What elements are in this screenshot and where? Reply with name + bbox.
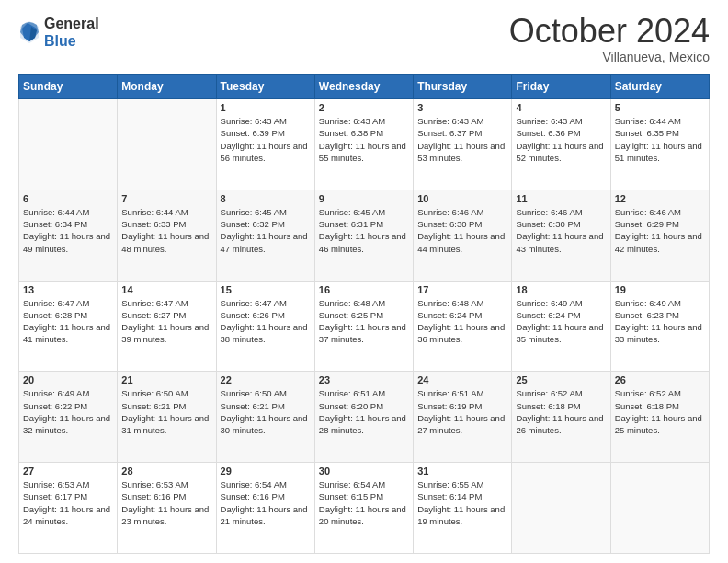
day-number: 11 bbox=[516, 193, 606, 204]
day-number: 10 bbox=[417, 193, 507, 204]
day-number: 1 bbox=[221, 102, 311, 113]
day-number: 21 bbox=[121, 374, 211, 385]
day-info: Sunrise: 6:44 AMSunset: 6:35 PMDaylight:… bbox=[615, 115, 705, 164]
day-number: 20 bbox=[23, 374, 113, 385]
calendar-header-row: SundayMondayTuesdayWednesdayThursdayFrid… bbox=[19, 75, 710, 99]
day-info: Sunrise: 6:43 AMSunset: 6:37 PMDaylight:… bbox=[417, 115, 507, 164]
weekday-header: Saturday bbox=[610, 75, 709, 99]
calendar-cell: 7Sunrise: 6:44 AMSunset: 6:33 PMDaylight… bbox=[118, 190, 216, 281]
weekday-header: Sunday bbox=[19, 75, 118, 99]
day-info: Sunrise: 6:52 AMSunset: 6:18 PMDaylight:… bbox=[516, 387, 606, 436]
day-number: 7 bbox=[121, 193, 211, 204]
day-number: 3 bbox=[417, 102, 507, 113]
weekday-header: Tuesday bbox=[216, 75, 314, 99]
month-title: October 2024 bbox=[509, 15, 710, 48]
day-info: Sunrise: 6:44 AMSunset: 6:33 PMDaylight:… bbox=[121, 206, 211, 255]
day-number: 25 bbox=[516, 374, 606, 385]
day-info: Sunrise: 6:43 AMSunset: 6:36 PMDaylight:… bbox=[516, 115, 606, 164]
calendar-cell: 18Sunrise: 6:49 AMSunset: 6:24 PMDayligh… bbox=[512, 281, 610, 372]
calendar-week-row: 27Sunrise: 6:53 AMSunset: 6:17 PMDayligh… bbox=[19, 463, 710, 554]
calendar-cell: 20Sunrise: 6:49 AMSunset: 6:22 PMDayligh… bbox=[19, 372, 118, 463]
calendar-cell: 23Sunrise: 6:51 AMSunset: 6:20 PMDayligh… bbox=[314, 372, 413, 463]
calendar-cell: 10Sunrise: 6:46 AMSunset: 6:30 PMDayligh… bbox=[414, 190, 512, 281]
logo-blue: Blue bbox=[44, 32, 99, 50]
day-number: 8 bbox=[221, 193, 311, 204]
day-number: 2 bbox=[319, 102, 409, 113]
day-number: 23 bbox=[319, 374, 409, 385]
day-info: Sunrise: 6:50 AMSunset: 6:21 PMDaylight:… bbox=[221, 387, 311, 436]
day-number: 6 bbox=[23, 193, 113, 204]
day-info: Sunrise: 6:49 AMSunset: 6:23 PMDaylight:… bbox=[615, 297, 705, 346]
day-number: 26 bbox=[615, 374, 705, 385]
calendar-cell: 31Sunrise: 6:55 AMSunset: 6:14 PMDayligh… bbox=[414, 463, 512, 554]
day-info: Sunrise: 6:49 AMSunset: 6:22 PMDaylight:… bbox=[23, 387, 113, 436]
day-number: 30 bbox=[319, 465, 409, 477]
day-number: 29 bbox=[221, 465, 311, 477]
calendar-cell: 16Sunrise: 6:48 AMSunset: 6:25 PMDayligh… bbox=[314, 281, 413, 372]
day-info: Sunrise: 6:51 AMSunset: 6:19 PMDaylight:… bbox=[417, 387, 507, 436]
calendar-cell: 15Sunrise: 6:47 AMSunset: 6:26 PMDayligh… bbox=[216, 281, 314, 372]
calendar-week-row: 6Sunrise: 6:44 AMSunset: 6:34 PMDaylight… bbox=[19, 190, 710, 281]
weekday-header: Friday bbox=[512, 75, 610, 99]
logo-text: General Blue bbox=[44, 15, 99, 50]
day-info: Sunrise: 6:52 AMSunset: 6:18 PMDaylight:… bbox=[615, 387, 705, 436]
day-number: 28 bbox=[121, 465, 211, 477]
day-info: Sunrise: 6:51 AMSunset: 6:20 PMDaylight:… bbox=[319, 387, 409, 436]
day-info: Sunrise: 6:43 AMSunset: 6:39 PMDaylight:… bbox=[221, 115, 311, 164]
calendar-cell: 27Sunrise: 6:53 AMSunset: 6:17 PMDayligh… bbox=[19, 463, 118, 554]
header: General Blue October 2024 Villanueva, Me… bbox=[18, 15, 710, 64]
logo: General Blue bbox=[18, 15, 99, 50]
logo-general: General bbox=[44, 15, 99, 32]
day-number: 15 bbox=[221, 284, 311, 295]
day-info: Sunrise: 6:48 AMSunset: 6:24 PMDaylight:… bbox=[417, 297, 507, 346]
calendar-week-row: 13Sunrise: 6:47 AMSunset: 6:28 PMDayligh… bbox=[19, 281, 710, 372]
calendar-cell: 12Sunrise: 6:46 AMSunset: 6:29 PMDayligh… bbox=[610, 190, 709, 281]
calendar-cell: 22Sunrise: 6:50 AMSunset: 6:21 PMDayligh… bbox=[216, 372, 314, 463]
calendar-cell: 8Sunrise: 6:45 AMSunset: 6:32 PMDaylight… bbox=[216, 190, 314, 281]
calendar-cell: 11Sunrise: 6:46 AMSunset: 6:30 PMDayligh… bbox=[512, 190, 610, 281]
day-info: Sunrise: 6:46 AMSunset: 6:29 PMDaylight:… bbox=[615, 206, 705, 255]
calendar-table: SundayMondayTuesdayWednesdayThursdayFrid… bbox=[18, 74, 710, 554]
calendar-week-row: 1Sunrise: 6:43 AMSunset: 6:39 PMDaylight… bbox=[19, 99, 710, 190]
day-number: 5 bbox=[615, 102, 705, 113]
weekday-header: Monday bbox=[118, 75, 216, 99]
calendar-cell bbox=[19, 99, 118, 190]
calendar-cell bbox=[118, 99, 216, 190]
calendar-cell: 25Sunrise: 6:52 AMSunset: 6:18 PMDayligh… bbox=[512, 372, 610, 463]
day-info: Sunrise: 6:55 AMSunset: 6:14 PMDaylight:… bbox=[417, 478, 507, 527]
calendar-cell: 2Sunrise: 6:43 AMSunset: 6:38 PMDaylight… bbox=[314, 99, 413, 190]
logo-icon bbox=[18, 19, 40, 45]
calendar-cell: 14Sunrise: 6:47 AMSunset: 6:27 PMDayligh… bbox=[118, 281, 216, 372]
calendar-cell: 9Sunrise: 6:45 AMSunset: 6:31 PMDaylight… bbox=[314, 190, 413, 281]
day-info: Sunrise: 6:49 AMSunset: 6:24 PMDaylight:… bbox=[516, 297, 606, 346]
weekday-header: Wednesday bbox=[314, 75, 413, 99]
day-number: 17 bbox=[417, 284, 507, 295]
weekday-header: Thursday bbox=[414, 75, 512, 99]
calendar-cell: 1Sunrise: 6:43 AMSunset: 6:39 PMDaylight… bbox=[216, 99, 314, 190]
day-info: Sunrise: 6:47 AMSunset: 6:27 PMDaylight:… bbox=[121, 297, 211, 346]
calendar-cell: 26Sunrise: 6:52 AMSunset: 6:18 PMDayligh… bbox=[610, 372, 709, 463]
day-number: 14 bbox=[121, 284, 211, 295]
calendar-cell: 13Sunrise: 6:47 AMSunset: 6:28 PMDayligh… bbox=[19, 281, 118, 372]
calendar-cell: 5Sunrise: 6:44 AMSunset: 6:35 PMDaylight… bbox=[610, 99, 709, 190]
day-number: 31 bbox=[417, 465, 507, 477]
day-number: 16 bbox=[319, 284, 409, 295]
day-info: Sunrise: 6:47 AMSunset: 6:28 PMDaylight:… bbox=[23, 297, 113, 346]
title-block: October 2024 Villanueva, Mexico bbox=[509, 15, 710, 64]
day-number: 13 bbox=[23, 284, 113, 295]
calendar-cell: 19Sunrise: 6:49 AMSunset: 6:23 PMDayligh… bbox=[610, 281, 709, 372]
day-number: 24 bbox=[417, 374, 507, 385]
calendar-cell: 4Sunrise: 6:43 AMSunset: 6:36 PMDaylight… bbox=[512, 99, 610, 190]
day-number: 18 bbox=[516, 284, 606, 295]
day-number: 22 bbox=[221, 374, 311, 385]
day-number: 9 bbox=[319, 193, 409, 204]
day-number: 12 bbox=[615, 193, 705, 204]
day-info: Sunrise: 6:43 AMSunset: 6:38 PMDaylight:… bbox=[319, 115, 409, 164]
day-info: Sunrise: 6:48 AMSunset: 6:25 PMDaylight:… bbox=[319, 297, 409, 346]
day-info: Sunrise: 6:54 AMSunset: 6:16 PMDaylight:… bbox=[221, 478, 311, 527]
day-info: Sunrise: 6:45 AMSunset: 6:31 PMDaylight:… bbox=[319, 206, 409, 255]
calendar-cell bbox=[610, 463, 709, 554]
day-info: Sunrise: 6:50 AMSunset: 6:21 PMDaylight:… bbox=[121, 387, 211, 436]
calendar-cell: 6Sunrise: 6:44 AMSunset: 6:34 PMDaylight… bbox=[19, 190, 118, 281]
calendar-cell: 30Sunrise: 6:54 AMSunset: 6:15 PMDayligh… bbox=[314, 463, 413, 554]
